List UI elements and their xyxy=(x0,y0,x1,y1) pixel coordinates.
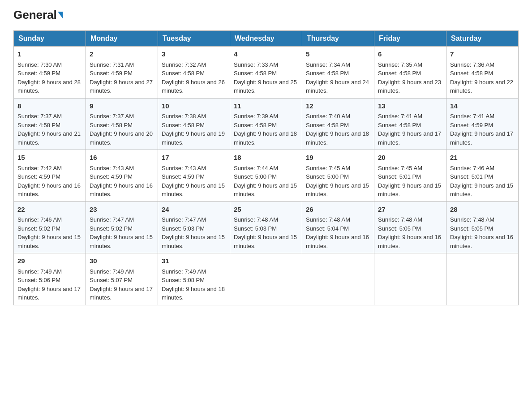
day-number: 12 xyxy=(306,101,370,111)
day-daylight: Daylight: 9 hours and 27 minutes. xyxy=(90,79,153,94)
day-sunset: Sunset: 5:03 PM xyxy=(162,225,205,232)
day-sunset: Sunset: 5:00 PM xyxy=(234,173,277,180)
day-sunrise: Sunrise: 7:44 AM xyxy=(234,165,278,171)
day-daylight: Daylight: 9 hours and 17 minutes. xyxy=(17,286,81,301)
calendar-cell: 23 Sunrise: 7:47 AM Sunset: 5:02 PM Dayl… xyxy=(86,201,158,253)
day-sunset: Sunset: 4:59 PM xyxy=(162,173,205,180)
day-sunset: Sunset: 5:00 PM xyxy=(306,173,349,180)
day-daylight: Daylight: 9 hours and 15 minutes. xyxy=(162,182,225,198)
day-sunrise: Sunrise: 7:38 AM xyxy=(162,113,206,120)
day-sunrise: Sunrise: 7:45 AM xyxy=(306,165,350,171)
day-daylight: Daylight: 9 hours and 25 minutes. xyxy=(234,79,297,94)
day-sunrise: Sunrise: 7:48 AM xyxy=(378,216,422,223)
day-number: 9 xyxy=(90,101,154,111)
day-sunset: Sunset: 4:58 PM xyxy=(378,122,421,128)
day-sunset: Sunset: 5:07 PM xyxy=(90,277,133,283)
column-header-sunday: Sunday xyxy=(14,31,86,47)
day-sunset: Sunset: 5:02 PM xyxy=(90,225,133,232)
calendar-week-row: 8 Sunrise: 7:37 AM Sunset: 4:58 PM Dayli… xyxy=(14,98,519,150)
column-header-saturday: Saturday xyxy=(446,31,519,47)
calendar-cell: 25 Sunrise: 7:48 AM Sunset: 5:03 PM Dayl… xyxy=(230,201,302,253)
calendar-cell: 15 Sunrise: 7:42 AM Sunset: 4:59 PM Dayl… xyxy=(14,150,86,202)
day-number: 24 xyxy=(162,205,226,215)
day-sunset: Sunset: 5:05 PM xyxy=(378,225,421,232)
day-sunrise: Sunrise: 7:36 AM xyxy=(450,61,494,68)
day-number: 2 xyxy=(90,49,154,60)
day-sunset: Sunset: 4:59 PM xyxy=(17,70,60,77)
calendar-cell: 24 Sunrise: 7:47 AM Sunset: 5:03 PM Dayl… xyxy=(158,201,230,253)
day-number: 26 xyxy=(306,205,370,215)
day-sunrise: Sunrise: 7:30 AM xyxy=(17,61,62,68)
day-sunrise: Sunrise: 7:39 AM xyxy=(234,113,278,120)
calendar-cell xyxy=(230,253,302,305)
day-sunset: Sunset: 5:02 PM xyxy=(17,225,60,232)
day-daylight: Daylight: 9 hours and 15 minutes. xyxy=(378,182,441,198)
day-sunset: Sunset: 4:59 PM xyxy=(90,70,133,77)
calendar-week-row: 1 Sunrise: 7:30 AM Sunset: 4:59 PM Dayli… xyxy=(14,47,519,98)
day-daylight: Daylight: 9 hours and 15 minutes. xyxy=(234,182,297,198)
day-daylight: Daylight: 9 hours and 16 minutes. xyxy=(17,182,81,198)
day-number: 20 xyxy=(378,153,442,163)
day-daylight: Daylight: 9 hours and 28 minutes. xyxy=(17,79,81,94)
calendar-cell xyxy=(446,253,519,305)
calendar-cell: 6 Sunrise: 7:35 AM Sunset: 4:58 PM Dayli… xyxy=(374,47,446,98)
column-header-thursday: Thursday xyxy=(302,31,374,47)
calendar-cell: 5 Sunrise: 7:34 AM Sunset: 4:58 PM Dayli… xyxy=(302,47,374,98)
day-sunset: Sunset: 4:59 PM xyxy=(90,173,133,180)
calendar-cell: 12 Sunrise: 7:40 AM Sunset: 4:58 PM Dayl… xyxy=(302,98,374,150)
day-sunrise: Sunrise: 7:34 AM xyxy=(306,61,350,68)
day-sunrise: Sunrise: 7:31 AM xyxy=(90,61,134,68)
calendar-cell xyxy=(302,253,374,305)
calendar-cell: 11 Sunrise: 7:39 AM Sunset: 4:58 PM Dayl… xyxy=(230,98,302,150)
day-daylight: Daylight: 9 hours and 23 minutes. xyxy=(378,79,441,94)
day-sunrise: Sunrise: 7:37 AM xyxy=(17,113,62,120)
day-sunrise: Sunrise: 7:47 AM xyxy=(90,216,134,223)
day-number: 16 xyxy=(90,153,154,163)
day-sunset: Sunset: 4:58 PM xyxy=(17,122,60,128)
day-sunset: Sunset: 5:01 PM xyxy=(450,173,493,180)
day-daylight: Daylight: 9 hours and 24 minutes. xyxy=(306,79,369,94)
day-sunrise: Sunrise: 7:35 AM xyxy=(378,61,422,68)
day-number: 17 xyxy=(162,153,226,163)
day-daylight: Daylight: 9 hours and 15 minutes. xyxy=(162,234,225,249)
day-daylight: Daylight: 9 hours and 15 minutes. xyxy=(306,182,369,198)
day-daylight: Daylight: 9 hours and 16 minutes. xyxy=(90,182,153,198)
calendar-cell: 1 Sunrise: 7:30 AM Sunset: 4:59 PM Dayli… xyxy=(14,47,86,98)
day-daylight: Daylight: 9 hours and 26 minutes. xyxy=(162,79,225,94)
day-daylight: Daylight: 9 hours and 17 minutes. xyxy=(450,130,513,146)
day-number: 10 xyxy=(162,101,226,111)
day-daylight: Daylight: 9 hours and 17 minutes. xyxy=(378,130,441,146)
calendar-cell: 20 Sunrise: 7:45 AM Sunset: 5:01 PM Dayl… xyxy=(374,150,446,202)
column-header-tuesday: Tuesday xyxy=(158,31,230,47)
column-header-monday: Monday xyxy=(86,31,158,47)
day-sunrise: Sunrise: 7:48 AM xyxy=(234,216,278,223)
day-daylight: Daylight: 9 hours and 16 minutes. xyxy=(378,234,441,249)
day-number: 30 xyxy=(90,256,154,266)
day-sunset: Sunset: 4:58 PM xyxy=(306,122,349,128)
page-header: General xyxy=(13,9,519,21)
day-number: 4 xyxy=(234,49,298,60)
calendar-cell: 9 Sunrise: 7:37 AM Sunset: 4:58 PM Dayli… xyxy=(86,98,158,150)
day-daylight: Daylight: 9 hours and 15 minutes. xyxy=(450,182,513,198)
calendar-cell xyxy=(374,253,446,305)
day-number: 14 xyxy=(450,101,515,111)
day-daylight: Daylight: 9 hours and 15 minutes. xyxy=(234,234,297,249)
day-number: 15 xyxy=(17,153,82,163)
calendar-week-row: 22 Sunrise: 7:46 AM Sunset: 5:02 PM Dayl… xyxy=(14,201,519,253)
calendar-cell: 18 Sunrise: 7:44 AM Sunset: 5:00 PM Dayl… xyxy=(230,150,302,202)
day-sunset: Sunset: 4:58 PM xyxy=(378,70,421,77)
day-sunset: Sunset: 4:59 PM xyxy=(17,173,60,180)
column-header-wednesday: Wednesday xyxy=(230,31,302,47)
day-sunset: Sunset: 5:03 PM xyxy=(234,225,277,232)
day-number: 28 xyxy=(450,205,515,215)
day-sunset: Sunset: 4:58 PM xyxy=(234,122,277,128)
day-number: 7 xyxy=(450,49,515,60)
day-daylight: Daylight: 9 hours and 22 minutes. xyxy=(450,79,513,94)
day-number: 27 xyxy=(378,205,442,215)
calendar-cell: 28 Sunrise: 7:48 AM Sunset: 5:05 PM Dayl… xyxy=(446,201,519,253)
day-sunset: Sunset: 4:58 PM xyxy=(234,70,277,77)
day-number: 21 xyxy=(450,153,515,163)
day-sunrise: Sunrise: 7:49 AM xyxy=(90,268,134,275)
day-sunset: Sunset: 5:01 PM xyxy=(378,173,421,180)
day-number: 31 xyxy=(162,256,226,266)
